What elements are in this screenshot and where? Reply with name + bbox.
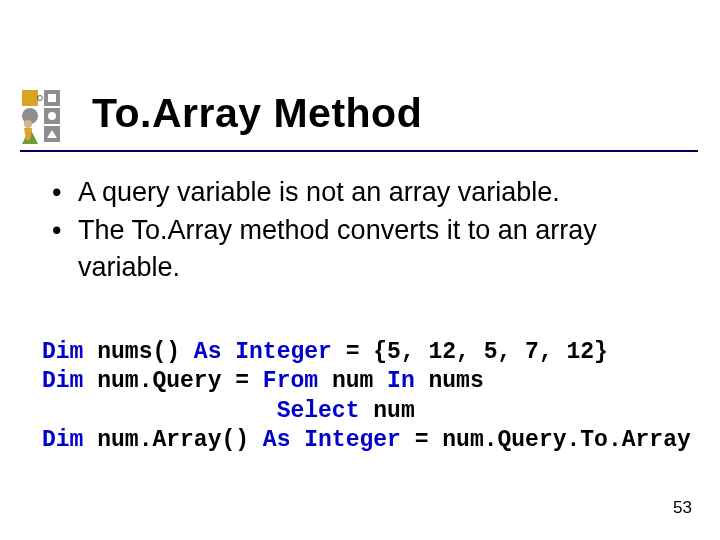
title-divider [20, 150, 698, 152]
bullet-text: The To.Array method converts it to an ar… [78, 215, 597, 281]
svg-rect-7 [48, 94, 56, 102]
code-keyword: From [263, 368, 318, 394]
bullet-item: The To.Array method converts it to an ar… [48, 212, 688, 285]
code-keyword: Dim [42, 368, 83, 394]
code-text: = num.Query.To.Array [401, 427, 691, 453]
bullet-text: A query variable is not an array variabl… [78, 177, 560, 207]
code-keyword: Dim [42, 339, 83, 365]
svg-rect-0 [22, 90, 38, 106]
code-text: num.Query = [83, 368, 262, 394]
code-keyword: As Integer [194, 339, 332, 365]
bullet-item: A query variable is not an array variabl… [48, 174, 688, 210]
title-icon [20, 86, 78, 146]
slide: To.Array Method A query variable is not … [0, 0, 720, 540]
code-text: nums [415, 368, 484, 394]
svg-point-10 [24, 120, 32, 128]
page-number: 53 [673, 498, 692, 518]
code-text: num [318, 368, 387, 394]
body-area: A query variable is not an array variabl… [48, 174, 688, 287]
code-text: num.Array() [83, 427, 262, 453]
code-keyword: Select [277, 398, 360, 424]
code-keyword: In [387, 368, 415, 394]
bullet-list: A query variable is not an array variabl… [48, 174, 688, 285]
code-block: Dim nums() As Integer = {5, 12, 5, 7, 12… [42, 338, 702, 456]
slide-title: To.Array Method [92, 90, 422, 137]
svg-point-3 [38, 96, 43, 101]
code-keyword: Dim [42, 427, 83, 453]
code-text: nums() [83, 339, 193, 365]
code-text: num [359, 398, 414, 424]
code-indent [42, 398, 277, 424]
code-text: = {5, 12, 5, 7, 12} [332, 339, 608, 365]
svg-point-8 [48, 112, 56, 120]
code-keyword: As Integer [263, 427, 401, 453]
